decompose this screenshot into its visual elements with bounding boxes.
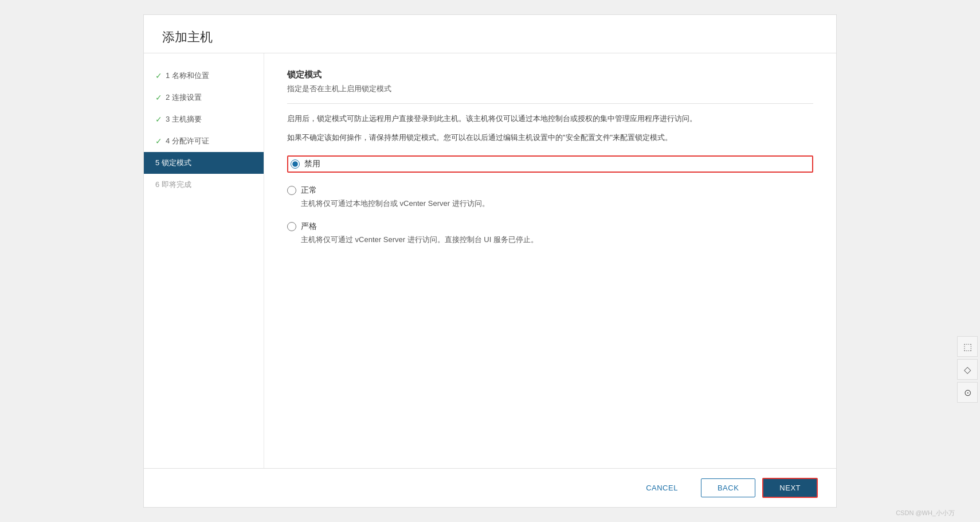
sidebar-label-step5: 5 锁定模式 bbox=[155, 158, 191, 168]
sidebar-label-step3: 3 主机摘要 bbox=[166, 114, 202, 124]
sidebar-item-step5[interactable]: 5 锁定模式 bbox=[144, 152, 264, 174]
check-icon-step3: ✓ bbox=[155, 115, 162, 124]
watermark: CSDN @WH_小小万 bbox=[896, 509, 955, 517]
side-icons-panel: ⬚ ◇ ⊙ bbox=[955, 332, 980, 407]
side-icon-crop[interactable]: ⬚ bbox=[957, 336, 978, 357]
back-button[interactable]: BACK bbox=[701, 478, 755, 497]
radio-label-row-strict[interactable]: 严格 bbox=[287, 221, 813, 232]
sidebar-item-step6[interactable]: 6 即将完成 bbox=[144, 174, 264, 196]
radio-option-normal: 正常 主机将仅可通过本地控制台或 vCenter Server 进行访问。 bbox=[287, 185, 813, 209]
dialog-header: 添加主机 bbox=[144, 15, 836, 53]
radio-label-disabled: 禁用 bbox=[304, 159, 320, 169]
radio-label-row-disabled[interactable]: 禁用 bbox=[291, 159, 320, 169]
radio-label-strict: 严格 bbox=[301, 221, 317, 232]
radio-input-disabled[interactable] bbox=[291, 159, 300, 169]
sidebar-label-step6: 6 即将完成 bbox=[155, 180, 191, 190]
dialog-footer: CANCEL BACK NEXT bbox=[144, 468, 836, 507]
desc1: 启用后，锁定模式可防止远程用户直接登录到此主机。该主机将仅可以通过本地控制台或授… bbox=[287, 113, 813, 125]
dialog-body: ✓ 1 名称和位置 ✓ 2 连接设置 ✓ 3 主机摘要 ✓ 4 分配许可证 5 … bbox=[144, 53, 836, 468]
content-area: 锁定模式 指定是否在主机上启用锁定模式 启用后，锁定模式可防止远程用户直接登录到… bbox=[264, 53, 836, 468]
side-icon-circle[interactable]: ⊙ bbox=[957, 382, 978, 403]
radio-option-disabled: 禁用 bbox=[287, 155, 813, 173]
radio-input-normal[interactable] bbox=[287, 186, 296, 195]
radio-desc-strict: 主机将仅可通过 vCenter Server 进行访问。直接控制台 UI 服务已… bbox=[301, 234, 813, 246]
radio-selected-box: 禁用 bbox=[287, 155, 813, 173]
sidebar-item-step1[interactable]: ✓ 1 名称和位置 bbox=[144, 65, 264, 87]
radio-label-row-normal[interactable]: 正常 bbox=[287, 185, 813, 196]
side-icon-diamond[interactable]: ◇ bbox=[957, 359, 978, 380]
radio-label-normal: 正常 bbox=[301, 185, 317, 196]
check-icon-step4: ✓ bbox=[155, 137, 162, 146]
sidebar-label-step2: 2 连接设置 bbox=[166, 92, 202, 103]
dialog-title: 添加主机 bbox=[162, 29, 818, 46]
radio-input-strict[interactable] bbox=[287, 222, 296, 231]
radio-group: 禁用 正常 主机将仅可通过本地控制台或 vCenter Server 进行访问。 bbox=[287, 155, 813, 246]
dialog-container: 添加主机 ✓ 1 名称和位置 ✓ 2 连接设置 ✓ 3 主机摘要 ✓ bbox=[143, 14, 837, 508]
section-title: 锁定模式 bbox=[287, 69, 813, 80]
sidebar-item-step2[interactable]: ✓ 2 连接设置 bbox=[144, 87, 264, 108]
check-icon-step2: ✓ bbox=[155, 93, 162, 102]
backdrop: 添加主机 ✓ 1 名称和位置 ✓ 2 连接设置 ✓ 3 主机摘要 ✓ bbox=[0, 0, 980, 522]
radio-desc-normal: 主机将仅可通过本地控制台或 vCenter Server 进行访问。 bbox=[301, 198, 813, 209]
sidebar-label-step4: 4 分配许可证 bbox=[166, 136, 209, 146]
sidebar-item-step3[interactable]: ✓ 3 主机摘要 bbox=[144, 108, 264, 130]
sidebar-label-step1: 1 名称和位置 bbox=[166, 71, 209, 81]
desc2: 如果不确定该如何操作，请保持禁用锁定模式。您可以在以后通过编辑主机设置中的"安全… bbox=[287, 132, 813, 144]
check-icon-step1: ✓ bbox=[155, 71, 162, 80]
radio-option-strict: 严格 主机将仅可通过 vCenter Server 进行访问。直接控制台 UI … bbox=[287, 221, 813, 246]
section-subtitle: 指定是否在主机上启用锁定模式 bbox=[287, 84, 813, 104]
sidebar-item-step4[interactable]: ✓ 4 分配许可证 bbox=[144, 130, 264, 152]
next-button[interactable]: NEXT bbox=[762, 478, 818, 498]
cancel-button[interactable]: CANCEL bbox=[630, 479, 694, 497]
sidebar: ✓ 1 名称和位置 ✓ 2 连接设置 ✓ 3 主机摘要 ✓ 4 分配许可证 5 … bbox=[144, 53, 264, 468]
